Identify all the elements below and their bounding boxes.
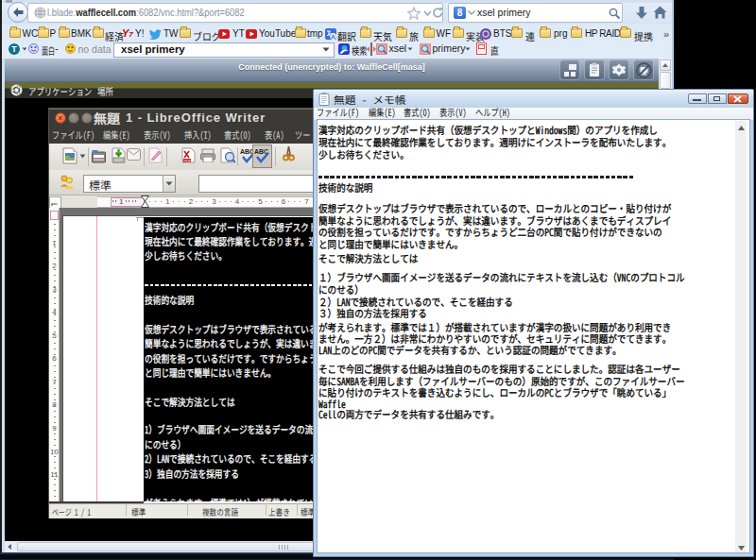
svg-text:PDF: PDF [184,160,191,163]
svg-text:A: A [331,34,335,40]
